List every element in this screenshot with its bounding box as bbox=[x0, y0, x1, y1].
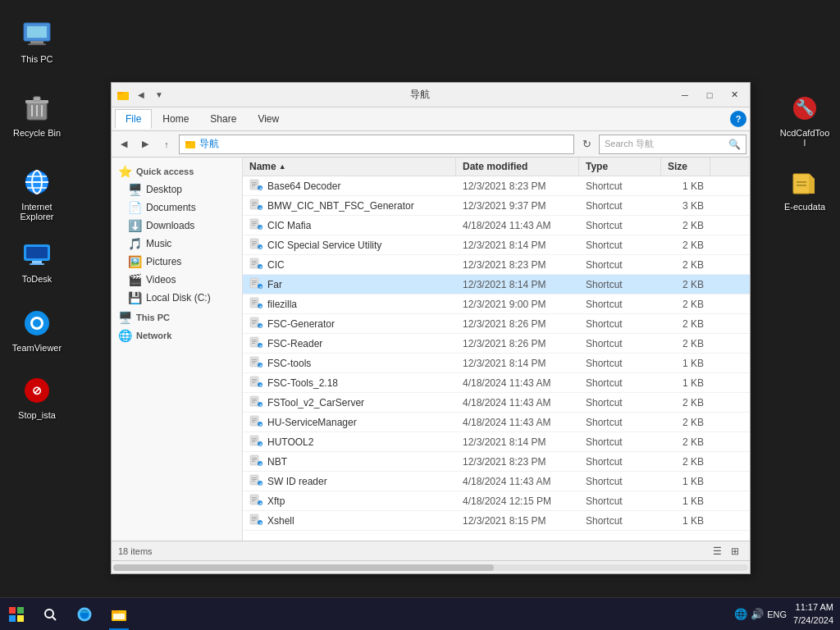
svg-rect-55 bbox=[252, 243, 257, 244]
taskbar-edge[interactable] bbox=[67, 598, 102, 631]
sidebar-item-network[interactable]: 🌐 Network bbox=[112, 326, 242, 345]
file-icon: ↗ bbox=[249, 217, 262, 233]
start-button[interactable] bbox=[0, 598, 33, 631]
file-name: FSC-Reader bbox=[267, 338, 322, 349]
desktop-icon-this-pc[interactable]: This PC bbox=[8, 15, 66, 67]
table-row[interactable]: ↗ FSC-Tools_2.18 4/18/2024 11:43 AM Shor… bbox=[243, 373, 750, 393]
table-row[interactable]: ↗ HUTOOL2 12/3/2021 8:14 PM Shortcut 2 K… bbox=[243, 432, 750, 452]
tab-view[interactable]: View bbox=[247, 109, 290, 129]
refresh-button[interactable]: ↻ bbox=[578, 135, 596, 153]
svg-rect-60 bbox=[252, 261, 257, 262]
up-button[interactable]: ↑ bbox=[158, 135, 176, 153]
svg-rect-97 bbox=[252, 381, 257, 381]
sidebar-item-videos[interactable]: 🎬 Videos bbox=[112, 271, 242, 289]
file-type: Shortcut bbox=[579, 218, 661, 233]
search-box[interactable]: Search 导航 🔍 bbox=[599, 135, 746, 154]
table-row[interactable]: ↗ CIC Special Service Utility 12/3/2021 … bbox=[243, 235, 750, 255]
table-row[interactable]: ↗ CIC 12/3/2021 8:23 PM Shortcut 2 KB bbox=[243, 255, 750, 275]
stop-ista-icon: ⊘ bbox=[21, 374, 53, 407]
file-name: FSC-Tools_2.18 bbox=[267, 377, 338, 389]
table-row[interactable]: ↗ filezilla 12/3/2021 9:00 PM Shortcut 2… bbox=[243, 294, 750, 314]
maximize-button[interactable]: □ bbox=[697, 83, 722, 107]
svg-rect-74 bbox=[252, 304, 255, 304]
table-row[interactable]: ↗ CIC Mafia 4/18/2024 11:43 AM Shortcut … bbox=[243, 216, 750, 235]
col-header-date[interactable]: Date modified bbox=[456, 158, 579, 176]
table-row[interactable]: ↗ Xftp 4/18/2024 12:15 PM Shortcut 1 KB bbox=[243, 491, 750, 511]
taskbar-clock[interactable]: 11:17 AM 7/24/2024 bbox=[793, 601, 833, 627]
sidebar-item-desktop[interactable]: 🖥️ Desktop bbox=[112, 180, 242, 199]
svg-text:↗: ↗ bbox=[258, 482, 262, 486]
file-size: 2 KB bbox=[661, 454, 710, 469]
svg-rect-133 bbox=[252, 499, 257, 500]
sidebar-item-quick-access[interactable]: ⭐ Quick access bbox=[112, 162, 242, 180]
sidebar-section-quick-access: ⭐ Quick access 🖥️ Desktop 📄 Documents ⬇️… bbox=[112, 161, 242, 308]
sidebar-item-local-disk[interactable]: 💾 Local Disk (C:) bbox=[112, 289, 242, 307]
address-path[interactable]: 导航 bbox=[179, 135, 574, 154]
file-date: 12/3/2021 8:14 PM bbox=[456, 238, 579, 253]
col-header-type[interactable]: Type bbox=[579, 158, 661, 176]
file-size: 2 KB bbox=[661, 218, 710, 233]
desktop-icon-internet-explorer[interactable]: Internet Explorer bbox=[8, 162, 66, 225]
forward-button[interactable]: ▶ bbox=[136, 135, 154, 153]
ncdcafdtool-icon: 🔧 bbox=[788, 92, 821, 125]
table-row[interactable]: ↗ BMW_CIC_NBT_FSC_Generator 12/3/2021 9:… bbox=[243, 196, 750, 216]
desktop-icon-todesk[interactable]: ToDesk bbox=[8, 235, 66, 287]
search-placeholder: Search 导航 bbox=[605, 138, 725, 150]
help-button[interactable]: ? bbox=[730, 111, 746, 127]
svg-rect-36 bbox=[252, 182, 257, 183]
table-row[interactable]: ↗ FSC-tools 12/3/2021 8:14 PM Shortcut 1… bbox=[243, 354, 750, 373]
sidebar-item-downloads[interactable]: ⬇️ Downloads bbox=[112, 217, 242, 235]
file-date: 4/18/2024 11:43 AM bbox=[456, 395, 579, 410]
taskbar-explorer[interactable] bbox=[102, 598, 136, 631]
taskbar-search[interactable] bbox=[33, 598, 67, 631]
sidebar-item-music[interactable]: 🎵 Music bbox=[112, 235, 242, 253]
back-button[interactable]: ◀ bbox=[115, 135, 133, 153]
table-row[interactable]: ↗ FSTool_v2_CarServer 4/18/2024 11:43 AM… bbox=[243, 393, 750, 413]
desktop-icon-e-ecudata[interactable]: E-ecudata bbox=[776, 162, 833, 215]
sidebar-item-documents[interactable]: 📄 Documents bbox=[112, 199, 242, 217]
desktop-icon-ncdcafdtool[interactable]: 🔧 NcdCafdTool bbox=[776, 89, 833, 151]
network-sys-icon: 🌐 bbox=[734, 608, 747, 620]
col-header-size[interactable]: Size bbox=[661, 158, 710, 176]
tiles-view-button[interactable]: ⊞ bbox=[727, 544, 743, 559]
table-row[interactable]: ↗ FSC-Generator 12/3/2021 8:26 PM Shortc… bbox=[243, 314, 750, 334]
horizontal-scrollbar[interactable] bbox=[112, 560, 750, 573]
table-row[interactable]: ↗ HU-ServiceManager 4/18/2024 11:43 AM S… bbox=[243, 413, 750, 432]
file-icon: ↗ bbox=[249, 513, 262, 528]
file-size: 2 KB bbox=[661, 435, 710, 450]
col-header-name[interactable]: Name ▲ bbox=[243, 158, 456, 176]
table-row[interactable]: ↗ FSC-Reader 12/3/2021 8:26 PM Shortcut … bbox=[243, 334, 750, 354]
table-row[interactable]: ↗ Base64 Decoder 12/3/2021 8:23 PM Short… bbox=[243, 176, 750, 196]
volume-sys-icon[interactable]: 🔊 bbox=[751, 608, 764, 620]
sidebar-item-downloads-label: Downloads bbox=[146, 220, 194, 231]
path-text: 导航 bbox=[199, 137, 219, 151]
details-view-button[interactable]: ☰ bbox=[709, 544, 725, 559]
local-disk-icon: 💾 bbox=[128, 291, 141, 304]
desktop-icon-recycle-bin[interactable]: Recycle Bin bbox=[8, 89, 66, 141]
svg-rect-48 bbox=[252, 221, 257, 222]
table-row[interactable]: ↗ Xshell 12/3/2021 8:15 PM Shortcut 1 KB bbox=[243, 511, 750, 531]
svg-text:↗: ↗ bbox=[258, 265, 262, 270]
svg-rect-85 bbox=[252, 341, 257, 342]
file-date: 4/18/2024 12:15 PM bbox=[456, 494, 579, 509]
tab-file[interactable]: File bbox=[115, 109, 152, 129]
svg-rect-49 bbox=[252, 223, 257, 224]
search-icon[interactable]: 🔍 bbox=[728, 139, 741, 150]
table-row[interactable]: ↗ NBT 12/3/2021 8:23 PM Shortcut 2 KB bbox=[243, 452, 750, 472]
file-size: 2 KB bbox=[661, 336, 710, 351]
tab-share[interactable]: Share bbox=[199, 109, 247, 129]
svg-rect-109 bbox=[252, 420, 257, 421]
desktop-icon-teamviewer[interactable]: TeamViewer bbox=[8, 304, 66, 356]
table-row[interactable]: ↗ SW ID reader 4/18/2024 11:43 AM Shortc… bbox=[243, 472, 750, 491]
ribbon-tabs: File Home Share View ? bbox=[112, 107, 750, 130]
close-button[interactable]: ✕ bbox=[722, 83, 746, 107]
table-row[interactable]: ↗ Far 12/3/2021 8:14 PM Shortcut 2 KB bbox=[243, 275, 750, 294]
sidebar-item-pictures[interactable]: 🖼️ Pictures bbox=[112, 253, 242, 271]
svg-rect-54 bbox=[252, 241, 257, 242]
language-indicator[interactable]: ENG bbox=[767, 609, 787, 619]
file-size: 2 KB bbox=[661, 297, 710, 312]
desktop-icon-stop-ista[interactable]: ⊘ Stop_ista bbox=[8, 371, 66, 423]
minimize-button[interactable]: ─ bbox=[673, 83, 697, 107]
sidebar-item-this-pc[interactable]: 🖥️ This PC bbox=[112, 308, 242, 326]
tab-home[interactable]: Home bbox=[152, 109, 199, 129]
